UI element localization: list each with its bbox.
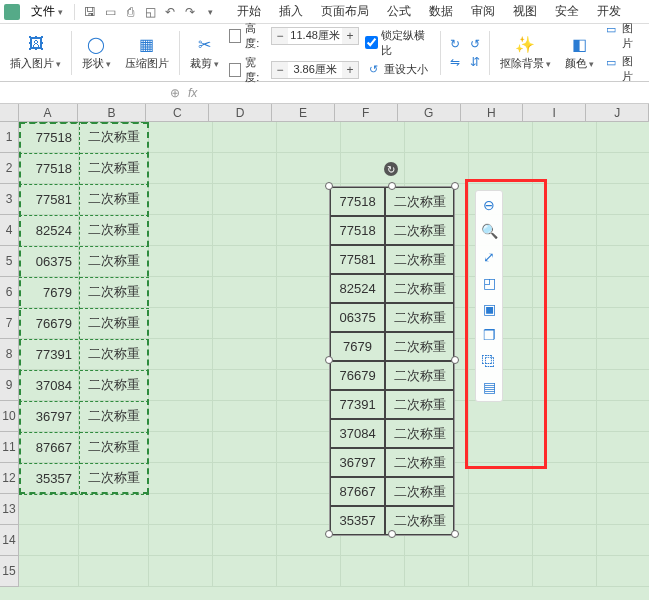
cell-B2[interactable]: 二次称重 [79,153,149,184]
column-header-I[interactable]: I [523,104,586,121]
cell-A11[interactable]: 87667 [19,432,79,463]
cell-J13[interactable] [597,494,649,525]
cell-A14[interactable] [19,525,79,556]
insert-picture-button[interactable]: 🖼 插入图片▾ [6,32,65,73]
cell-H15[interactable] [469,556,533,587]
column-header-J[interactable]: J [586,104,649,121]
cell-E1[interactable] [277,122,341,153]
cell-C15[interactable] [149,556,213,587]
cell-A10[interactable]: 36797 [19,401,79,432]
cell-B6[interactable]: 二次称重 [79,277,149,308]
cell-D7[interactable] [213,308,277,339]
cell-B1[interactable]: 二次称重 [79,122,149,153]
select-icon[interactable]: ▣ [479,299,499,319]
cell-A4[interactable]: 82524 [19,215,79,246]
cell-D1[interactable] [213,122,277,153]
rotate-handle-icon[interactable]: ↻ [384,162,398,176]
cell-B3[interactable]: 二次称重 [79,184,149,215]
cell-D13[interactable] [213,494,277,525]
row-header-12[interactable]: 12 [0,463,19,494]
cell-C13[interactable] [149,494,213,525]
cell-I15[interactable] [533,556,597,587]
cell-D11[interactable] [213,432,277,463]
cell-D15[interactable] [213,556,277,587]
pasted-image-object[interactable]: 77518二次称重77518二次称重77581二次称重82524二次称重0637… [329,186,455,536]
column-header-G[interactable]: G [398,104,461,121]
cell-H10[interactable] [469,401,533,432]
cell-I4[interactable] [533,215,597,246]
row-header-9[interactable]: 9 [0,370,19,401]
cell-G2[interactable] [405,153,469,184]
cell-D9[interactable] [213,370,277,401]
cell-A7[interactable]: 76679 [19,308,79,339]
cell-A15[interactable] [19,556,79,587]
cell-J10[interactable] [597,401,649,432]
row-header-15[interactable]: 15 [0,556,19,587]
row-header-2[interactable]: 2 [0,153,19,184]
cell-J11[interactable] [597,432,649,463]
cell-I6[interactable] [533,277,597,308]
zoom-icon[interactable]: 🔍 [479,221,499,241]
cell-B8[interactable]: 二次称重 [79,339,149,370]
tab-security[interactable]: 安全 [547,0,587,23]
cell-J6[interactable] [597,277,649,308]
tab-view[interactable]: 视图 [505,0,545,23]
column-header-C[interactable]: C [146,104,209,121]
resize-handle[interactable] [325,182,333,190]
cell-J3[interactable] [597,184,649,215]
resize-handle[interactable] [451,356,459,364]
cell-H1[interactable] [469,122,533,153]
cell-D4[interactable] [213,215,277,246]
cell-B15[interactable] [79,556,149,587]
row-header-14[interactable]: 14 [0,525,19,556]
cell-C8[interactable] [149,339,213,370]
cell-I3[interactable] [533,184,597,215]
height-spinner[interactable]: − 11.48厘米 + [271,27,359,45]
column-header-A[interactable]: A [19,104,78,121]
row-header-6[interactable]: 6 [0,277,19,308]
cell-J1[interactable] [597,122,649,153]
cell-A12[interactable]: 35357 [19,463,79,494]
tab-data[interactable]: 数据 [421,0,461,23]
cell-I13[interactable] [533,494,597,525]
cell-H13[interactable] [469,494,533,525]
column-header-H[interactable]: H [461,104,524,121]
shape-button[interactable]: ◯ 形状▾ [78,32,115,73]
undo-icon[interactable]: ↶ [163,5,177,19]
select-all-corner[interactable] [0,104,19,121]
row-header-13[interactable]: 13 [0,494,19,525]
resize-handle[interactable] [388,182,396,190]
remove-bg-button[interactable]: ✨ 抠除背景▾ [496,32,555,73]
cell-C5[interactable] [149,246,213,277]
cell-F1[interactable] [341,122,405,153]
row-header-11[interactable]: 11 [0,432,19,463]
cell-E2[interactable] [277,153,341,184]
resize-handle[interactable] [325,356,333,364]
color-button[interactable]: ◧ 颜色▾ [561,32,598,73]
cell-B4[interactable]: 二次称重 [79,215,149,246]
column-header-F[interactable]: F [335,104,398,121]
cell-D2[interactable] [213,153,277,184]
cell-A3[interactable]: 77581 [19,184,79,215]
cell-A5[interactable]: 06375 [19,246,79,277]
cell-F15[interactable] [341,556,405,587]
zoom-icon[interactable]: ⊕ [170,86,180,100]
pic-button-2[interactable]: ▭图片 [604,54,644,84]
row-header-5[interactable]: 5 [0,246,19,277]
cell-J4[interactable] [597,215,649,246]
flip-h-icon[interactable]: ⇋ [447,54,463,70]
decrease-button[interactable]: − [272,62,288,78]
cell-I12[interactable] [533,463,597,494]
cell-D10[interactable] [213,401,277,432]
cell-H11[interactable] [469,432,533,463]
width-spinner[interactable]: − 3.86厘米 + [271,61,359,79]
cell-J2[interactable] [597,153,649,184]
cell-B9[interactable]: 二次称重 [79,370,149,401]
cell-I2[interactable] [533,153,597,184]
compress-button[interactable]: ▦ 压缩图片 [121,32,173,73]
cell-E15[interactable] [277,556,341,587]
cell-J9[interactable] [597,370,649,401]
cell-B7[interactable]: 二次称重 [79,308,149,339]
cell-I10[interactable] [533,401,597,432]
cell-D3[interactable] [213,184,277,215]
